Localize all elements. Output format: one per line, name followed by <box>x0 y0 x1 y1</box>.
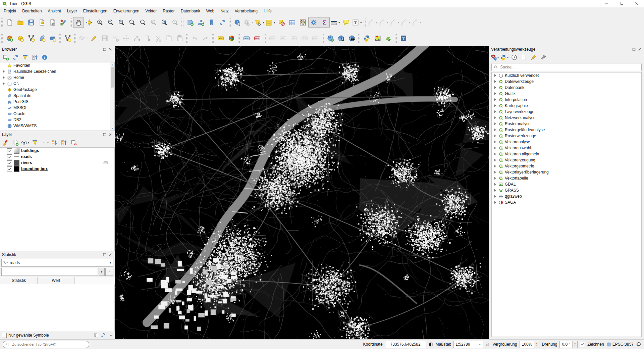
processing-group-grafik[interactable]: Grafik <box>492 91 641 97</box>
refresh-browser-button[interactable] <box>11 53 19 61</box>
menu-item-hilfe[interactable]: Hilfe <box>261 8 275 14</box>
zoom-to-selection-button[interactable] <box>127 17 138 28</box>
browser-item-wms-wmts[interactable]: WMS/WMTS <box>0 123 114 129</box>
processing-models-dropdown-icon[interactable]: ▼ <box>497 56 499 59</box>
map-tips-button[interactable] <box>341 17 352 28</box>
toolbar-grip[interactable] <box>69 18 72 27</box>
map-canvas[interactable] <box>115 46 489 339</box>
toolbar-grip[interactable] <box>186 34 188 43</box>
open-attribute-table-button[interactable] <box>287 17 298 28</box>
expander-icon[interactable] <box>493 147 497 149</box>
rotation-spinbox[interactable]: 0,0 ° ▲▼ <box>559 341 578 348</box>
new-3d-map-view-button[interactable] <box>196 17 206 28</box>
rotate-label-button[interactable]: abc <box>299 33 310 44</box>
expander-icon[interactable] <box>493 177 497 180</box>
browser-item-postgis[interactable]: PostGIS <box>0 99 114 105</box>
filter-browser-button[interactable] <box>21 53 29 61</box>
statistics-field-dropdown[interactable]: ▼ <box>99 268 105 276</box>
metasearch-new-button[interactable] <box>325 33 336 44</box>
toolbar-grip[interactable] <box>321 34 324 43</box>
current-edits-dropdown-icon[interactable]: ▼ <box>86 37 88 39</box>
filter-by-expression-button[interactable]: ε▼ <box>41 139 49 147</box>
menu-item-bearbeiten[interactable]: Bearbeiten <box>19 8 45 14</box>
add-group-button[interactable] <box>11 139 19 147</box>
expander-icon[interactable] <box>493 92 497 95</box>
toolbar-grip[interactable] <box>394 34 397 43</box>
pan-to-selection-button[interactable] <box>84 17 95 28</box>
statistics-field-input[interactable] <box>1 268 98 276</box>
digitize-curve-button[interactable]: ▼ <box>367 17 378 28</box>
layer-checkbox-buildings[interactable] <box>7 148 12 153</box>
layer-checkbox-bounding-box[interactable] <box>7 166 12 171</box>
processing-group-netzwerkanalyse[interactable]: Netzwerkanalyse <box>492 115 641 121</box>
search-layers-button[interactable] <box>346 33 357 44</box>
zoom-to-layer-button[interactable] <box>138 17 148 28</box>
processing-group-rasteranalyse[interactable]: Rasteranalyse <box>492 121 641 127</box>
processing-search-input[interactable] <box>499 64 640 70</box>
expander-icon[interactable] <box>493 98 497 101</box>
locator-search[interactable] <box>3 341 89 348</box>
measure-line-button[interactable]: ▼ <box>330 17 341 28</box>
browser-scrollbar[interactable]: ▲ ▼ <box>110 62 114 131</box>
python-console-button[interactable] <box>362 33 372 44</box>
expander-icon[interactable] <box>493 171 497 173</box>
digitize-ellipse-button[interactable]: ▼ <box>389 17 400 28</box>
browser-item-raeumliche-lesezeichen[interactable]: Räumliche Lesezeichen <box>0 68 114 74</box>
expander-icon[interactable] <box>2 82 6 85</box>
manage-map-themes-button[interactable]: ▼ <box>21 139 29 147</box>
save-project-button[interactable] <box>26 17 37 28</box>
close-button[interactable] <box>629 0 644 7</box>
zoom-next-button[interactable] <box>170 17 180 28</box>
save-layer-edits-button[interactable] <box>99 33 110 44</box>
processing-group-vektorgeometrie[interactable]: Vektorgeometrie <box>492 163 641 169</box>
new-map-view-button[interactable] <box>185 17 196 28</box>
new-mesh-layer-button[interactable] <box>47 33 58 44</box>
expander-icon[interactable] <box>493 116 497 119</box>
expander-icon[interactable] <box>493 110 497 113</box>
browser-float-icon[interactable] <box>102 47 107 52</box>
remove-layer-button[interactable] <box>70 139 78 147</box>
expander-icon[interactable] <box>493 74 497 77</box>
maximize-button[interactable] <box>614 0 629 7</box>
menu-item-erweiterungen[interactable]: Erweiterungen <box>110 8 142 14</box>
processing-group-interpolation[interactable]: Interpolation <box>492 97 641 103</box>
filter-legend-button[interactable] <box>31 139 39 147</box>
statistics-layer-combo[interactable]: roads ▼ <box>1 259 113 267</box>
statistics-expression-button[interactable]: ε <box>105 268 113 276</box>
browser-item-db2[interactable]: DB2DB2 <box>0 117 114 123</box>
statistics-column-header[interactable]: Statistik <box>0 277 38 284</box>
processing-models-button[interactable]: ▼ <box>491 53 499 61</box>
expander-icon[interactable] <box>493 165 497 167</box>
processing-scripts-dropdown-icon[interactable]: ▼ <box>507 56 509 59</box>
processing-group-datenbank[interactable]: Datenbank <box>492 85 641 91</box>
expander-icon[interactable] <box>493 159 497 161</box>
filter-by-expression-dropdown-icon[interactable]: ▼ <box>47 142 49 144</box>
toolbar-grip[interactable] <box>59 34 61 43</box>
style-manager-button[interactable] <box>58 17 69 28</box>
processing-group-vektorerzeugung[interactable]: Vektorerzeugung <box>492 157 641 163</box>
toolbar-grip[interactable] <box>237 34 240 43</box>
browser-item-geopackage[interactable]: GeoPackage <box>0 87 114 93</box>
expand-all-layers-button[interactable] <box>50 139 58 147</box>
expander-icon[interactable] <box>493 183 497 186</box>
toolbar-grip[interactable] <box>181 18 183 27</box>
toolbar-grip[interactable] <box>358 34 360 43</box>
digitize-polygon-dropdown-icon[interactable]: ▼ <box>419 21 422 24</box>
statistics-panel-button[interactable]: Σ <box>319 17 330 28</box>
menu-item-web[interactable]: Web <box>203 8 217 14</box>
delete-selected-button[interactable] <box>142 33 153 44</box>
digitize-rectangle-dropdown-icon[interactable]: ▼ <box>409 21 411 24</box>
change-label-button[interactable]: abc <box>310 33 321 44</box>
highlight-pinned-labels-button[interactable]: abc <box>267 33 278 44</box>
layer-diagram-button[interactable] <box>226 33 237 44</box>
digitize-polygon-button[interactable]: ▼ <box>411 17 422 28</box>
toolbar-grip[interactable] <box>363 18 366 27</box>
toolbar-grip[interactable] <box>212 34 214 43</box>
layer-item-roads[interactable]: roads <box>0 154 114 160</box>
expander-icon[interactable] <box>2 70 6 73</box>
deselect-all-button[interactable] <box>276 17 287 28</box>
processing-group-qgis2web[interactable]: qgis2web <box>492 193 641 199</box>
open-layer-styling-button[interactable] <box>2 139 10 147</box>
processing-options-button[interactable] <box>539 53 547 61</box>
measure-line-dropdown-icon[interactable]: ▼ <box>338 21 340 24</box>
